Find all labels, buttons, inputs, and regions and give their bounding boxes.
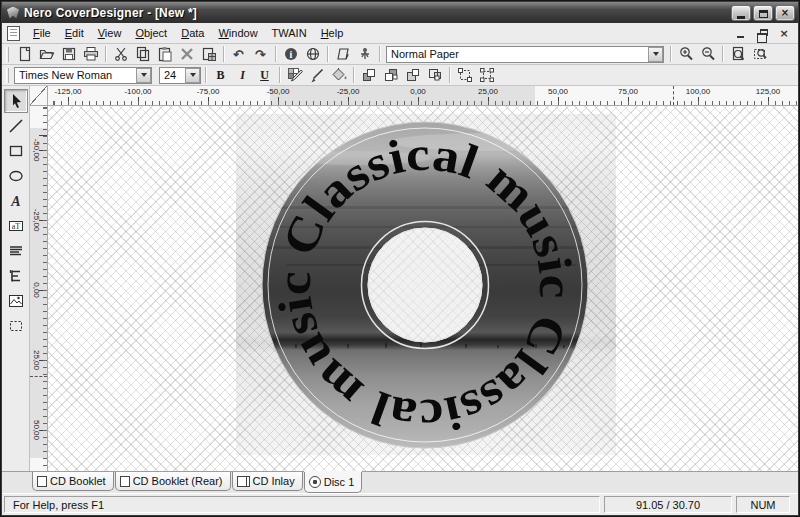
tab-cd-booklet-rear[interactable]: CD Booklet (Rear) — [115, 472, 231, 491]
menu-file[interactable]: File — [26, 24, 58, 42]
tool-track-list[interactable] — [4, 239, 28, 263]
bold-button[interactable]: B — [210, 66, 231, 85]
fill-color-button[interactable] — [328, 66, 349, 85]
minimize-icon — [737, 36, 744, 38]
menu-edit[interactable]: Edit — [58, 24, 91, 42]
tool-ellipse[interactable] — [4, 164, 28, 188]
ruler-label: -50,00 — [267, 87, 290, 96]
print-button[interactable] — [80, 45, 101, 64]
paste-special-icon — [201, 46, 217, 62]
paste-button[interactable] — [154, 45, 175, 64]
tool-image[interactable] — [4, 289, 28, 313]
menu-help[interactable]: Help — [314, 24, 351, 42]
chevron-down-icon[interactable] — [185, 68, 200, 83]
maximize-button[interactable] — [753, 5, 773, 21]
hand-tool-button[interactable] — [354, 45, 375, 64]
tab-cd-booklet[interactable]: CD Booklet — [32, 472, 114, 491]
toolbar-separator — [722, 46, 723, 62]
redo-button[interactable]: ↷ — [250, 45, 271, 64]
underline-button[interactable]: U — [254, 66, 275, 85]
page-curl-button[interactable] — [332, 45, 353, 64]
tool-field[interactable] — [4, 264, 28, 288]
window-title: Nero CoverDesigner - [New *] — [24, 6, 731, 20]
open-button[interactable] — [36, 45, 57, 64]
zoom-in-button[interactable] — [675, 45, 696, 64]
disc-design-object[interactable]: Classical music Classical music — [236, 114, 616, 455]
svg-text:aT: aT — [11, 222, 20, 231]
bring-to-front-icon — [361, 67, 377, 83]
pen-color-button[interactable] — [284, 66, 305, 85]
tab-cd-inlay[interactable]: CD Inlay — [232, 472, 303, 491]
italic-button[interactable]: I — [232, 66, 253, 85]
send-backward-button[interactable] — [424, 66, 445, 85]
tool-line[interactable] — [4, 114, 28, 138]
cut-button[interactable] — [110, 45, 131, 64]
paste-clipboard-icon — [157, 46, 173, 62]
mdi-close-button[interactable]: × — [776, 26, 792, 40]
undo-button[interactable]: ↶ — [228, 45, 249, 64]
group-button[interactable] — [454, 66, 475, 85]
ellipse-icon — [7, 167, 25, 185]
new-document-button[interactable] — [14, 45, 35, 64]
restore-icon — [760, 29, 768, 36]
zoom-out-icon — [700, 46, 716, 62]
undo-icon: ↶ — [233, 48, 244, 61]
minimize-button[interactable] — [731, 5, 751, 21]
horizontal-ruler: -125,00 -100,00 -75,00 -50,00 -25,00 0,0… — [48, 86, 798, 106]
maximize-icon — [759, 10, 768, 18]
menu-view[interactable]: View — [91, 24, 129, 42]
delete-button[interactable] — [176, 45, 197, 64]
paste-special-button[interactable] — [198, 45, 219, 64]
zoom-in-icon — [678, 46, 694, 62]
line-icon — [7, 117, 25, 135]
toolbar-separator — [279, 67, 280, 83]
design-canvas[interactable]: Classical music Classical music — [48, 106, 798, 471]
menu-object[interactable]: Object — [128, 24, 174, 42]
ruler-label: 125,00 — [756, 87, 780, 96]
ruler-label: 50,00 — [548, 87, 568, 96]
menu-window[interactable]: Window — [211, 24, 264, 42]
tool-artistic-text[interactable]: A — [4, 189, 28, 213]
zoom-out-button[interactable] — [697, 45, 718, 64]
copy-button[interactable] — [132, 45, 153, 64]
font-family-select[interactable]: Times New Roman — [14, 67, 152, 84]
tool-text-box[interactable]: aT — [4, 214, 28, 238]
font-size-select[interactable]: 24 — [159, 67, 201, 84]
mdi-restore-button[interactable] — [754, 26, 770, 40]
ruler-label: -25,00 — [337, 87, 360, 96]
paper-template-select[interactable]: Normal Paper — [386, 46, 664, 63]
send-to-back-button[interactable] — [380, 66, 401, 85]
tab-label: CD Inlay — [253, 475, 295, 487]
toolbar-separator — [105, 46, 106, 62]
line-style-button[interactable] — [306, 66, 327, 85]
mdi-minimize-button[interactable] — [732, 26, 748, 40]
tab-label: CD Booklet — [50, 475, 106, 487]
chevron-down-icon[interactable] — [136, 68, 151, 83]
web-help-button[interactable] — [302, 45, 323, 64]
tab-disc-1[interactable]: Disc 1 — [304, 472, 363, 493]
tab-label: Disc 1 — [324, 476, 355, 488]
menu-twain[interactable]: TWAIN — [265, 24, 314, 42]
workspace: A aT -125,00 -100,00 -75,00 -50,00 -25,0… — [2, 86, 798, 471]
booklet-rear-icon — [120, 476, 130, 487]
zoom-page-button[interactable] — [727, 45, 748, 64]
field-icon — [7, 267, 25, 285]
text-box-icon: aT — [7, 217, 25, 235]
globe-help-icon — [305, 46, 321, 62]
tool-rectangle[interactable] — [4, 139, 28, 163]
save-button[interactable] — [58, 45, 79, 64]
close-button[interactable]: × — [775, 5, 795, 21]
about-button[interactable]: i — [280, 45, 301, 64]
menu-data[interactable]: Data — [174, 24, 211, 42]
zoom-selection-button[interactable] — [749, 45, 770, 64]
bring-forward-button[interactable] — [402, 66, 423, 85]
ungroup-button[interactable] — [476, 66, 497, 85]
tool-crop[interactable] — [4, 314, 28, 338]
send-backward-icon — [427, 67, 443, 83]
fill-color-icon — [331, 67, 347, 83]
ruler-label: -50,00 — [32, 139, 41, 162]
tool-select[interactable] — [4, 89, 28, 113]
chevron-down-icon[interactable] — [648, 47, 663, 62]
bring-to-front-button[interactable] — [358, 66, 379, 85]
track-list-icon — [7, 242, 25, 260]
